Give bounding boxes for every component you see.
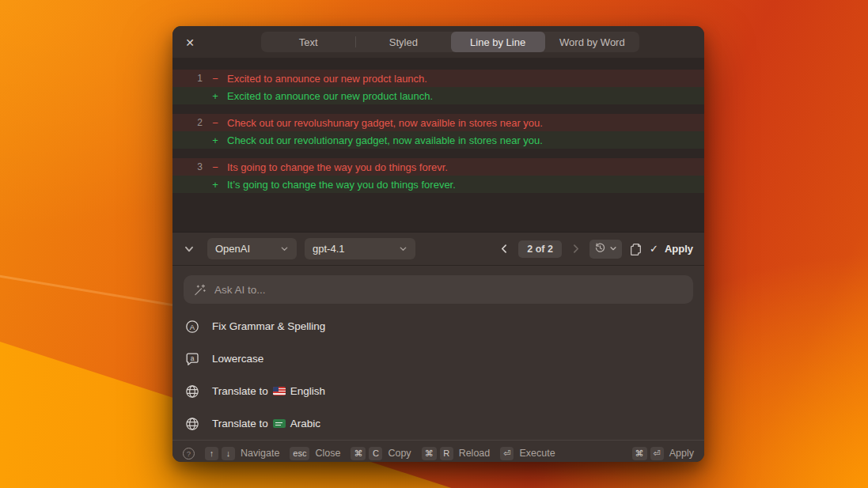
history-clock-icon [594, 242, 606, 256]
command-label: Fix Grammar & Spelling [212, 320, 325, 332]
ask-ai-placeholder: Ask AI to... [214, 284, 266, 296]
plus-sign: + [210, 90, 221, 102]
chevron-down-icon [609, 243, 617, 255]
model-toolbar: OpenAI gpt-4.1 2 of 2 [172, 232, 704, 266]
collapse-chevron-down-icon[interactable] [184, 244, 195, 255]
arrow-up-key: ↑ [205, 447, 218, 460]
svg-text:a: a [191, 354, 195, 362]
shortcut-navigate: ↑ ↓ Navigate [205, 447, 279, 460]
result-controls: 2 of 2 [498, 240, 693, 259]
command-key: ⌘ [422, 447, 437, 460]
model-label: gpt-4.1 [313, 243, 344, 255]
shortcut-execute: ⏎ Execute [500, 447, 555, 460]
shortcut-label: Copy [388, 448, 411, 459]
tab-line-by-line[interactable]: Line by Line [451, 32, 545, 52]
saudi-arabia-flag-icon [273, 419, 286, 428]
previous-result-button[interactable] [498, 242, 511, 255]
command-translate-english[interactable]: Translate to English [172, 375, 704, 407]
shortcut-label: Execute [519, 448, 555, 459]
svg-text:A: A [190, 322, 195, 331]
model-select[interactable]: gpt-4.1 [305, 238, 415, 259]
command-label: Translate to English [212, 385, 325, 397]
minus-sign: − [210, 161, 221, 173]
copy-icon[interactable] [629, 242, 642, 255]
tab-styled[interactable]: Styled [356, 32, 450, 52]
diff-view: 1 − Excited to announce our new prodct l… [172, 58, 704, 232]
diff-added-line: + It’s going to change the way you do th… [172, 176, 704, 193]
diff-group-1: 1 − Excited to announce our new prodct l… [172, 70, 704, 104]
tab-text[interactable]: Text [261, 32, 355, 52]
command-label: Lowercase [212, 353, 263, 365]
line-number: 3 [172, 161, 203, 172]
shortcut-reload: ⌘ R Reload [422, 447, 491, 460]
r-key: R [440, 447, 453, 460]
added-text: Excited to announce our new product laun… [227, 90, 433, 102]
ai-diff-popup-window: ✕ Text Styled Line by Line Word by Word … [172, 26, 704, 462]
shortcut-label: Reload [459, 448, 491, 459]
removed-text: Check out our revolushunary gadget, now … [227, 117, 543, 129]
diff-group-3: 3 − Its going to change the way you do t… [172, 158, 704, 193]
minus-sign: − [210, 117, 221, 129]
globe-icon [184, 416, 200, 432]
result-counter: 2 of 2 [518, 240, 562, 258]
return-key: ⏎ [650, 447, 664, 460]
c-key: C [369, 447, 382, 460]
return-key: ⏎ [500, 447, 514, 460]
arrow-down-key: ↓ [222, 447, 235, 460]
command-fix-grammar[interactable]: A Fix Grammar & Spelling [172, 310, 704, 342]
diff-removed-line: 2 − Check out our revolushunary gadget, … [172, 114, 704, 131]
diff-removed-line: 3 − Its going to change the way you do t… [172, 158, 704, 176]
window-header: ✕ Text Styled Line by Line Word by Word [172, 26, 704, 58]
us-flag-icon [273, 387, 286, 395]
shortcut-close: esc Close [290, 447, 340, 460]
line-number: 1 [172, 73, 203, 84]
plus-sign: + [210, 179, 221, 191]
command-lowercase[interactable]: a Lowercase [172, 342, 704, 375]
shortcut-label: Apply [669, 448, 694, 459]
magic-wand-icon [193, 283, 207, 297]
removed-text: Excited to announce our new prodct launc… [227, 73, 427, 85]
command-key: ⌘ [351, 447, 366, 460]
esc-key: esc [290, 447, 309, 460]
shortcut-label: Close [315, 448, 340, 459]
tab-word-by-word[interactable]: Word by Word [545, 32, 639, 52]
minus-sign: − [210, 73, 221, 85]
provider-label: OpenAI [215, 243, 250, 255]
added-text: It’s going to change the way you do thin… [227, 179, 456, 191]
ask-ai-input[interactable]: Ask AI to... [184, 275, 693, 304]
shortcut-label: Navigate [241, 448, 279, 459]
shortcut-footer: ? ↑ ↓ Navigate esc Close ⌘ C Copy ⌘ R Re… [172, 440, 704, 462]
command-key: ⌘ [632, 447, 647, 460]
provider-select[interactable]: OpenAI [207, 238, 297, 259]
history-dropdown[interactable] [589, 240, 622, 259]
chevron-down-icon [399, 244, 407, 253]
next-result-button[interactable] [569, 242, 582, 255]
shortcut-copy: ⌘ C Copy [351, 447, 411, 460]
line-number: 2 [172, 117, 203, 128]
character-bubble-icon: a [184, 351, 200, 367]
a-circle-icon: A [184, 319, 200, 335]
shortcut-apply: ⌘ ⏎ Apply [632, 447, 695, 460]
checkmark-icon: ✓ [650, 243, 658, 255]
chevron-down-icon [280, 244, 289, 253]
command-label: Translate to Arabic [212, 418, 320, 429]
diff-added-line: + Excited to announce our new product la… [172, 87, 704, 104]
diff-group-2: 2 − Check out our revolushunary gadget, … [172, 114, 704, 149]
close-icon[interactable]: ✕ [183, 36, 197, 50]
plus-sign: + [210, 134, 221, 146]
removed-text: Its going to change the way you do thing… [227, 161, 448, 173]
apply-button[interactable]: ✓ Apply [650, 243, 693, 255]
apply-label: Apply [665, 243, 693, 255]
diff-removed-line: 1 − Excited to announce our new prodct l… [172, 70, 704, 87]
diff-added-line: + Check out our revolutionary gadget, no… [172, 131, 704, 149]
view-mode-tabs: Text Styled Line by Line Word by Word [261, 32, 639, 52]
added-text: Check out our revolutionary gadget, now … [227, 134, 543, 146]
command-panel: Ask AI to... A Fix Grammar & Spelling a … [172, 266, 704, 440]
globe-icon [184, 384, 200, 399]
help-icon[interactable]: ? [183, 448, 195, 460]
command-translate-arabic[interactable]: Translate to Arabic [172, 407, 704, 440]
